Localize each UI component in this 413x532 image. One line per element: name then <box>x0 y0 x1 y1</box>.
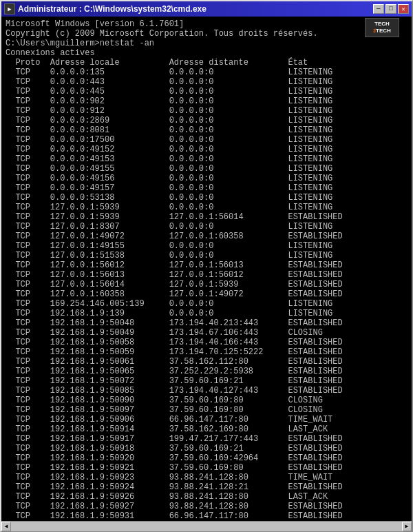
cmd-line: TCP 0.0.0.0:443 0.0.0.0:0 LISTENING <box>6 77 407 87</box>
cmd-line: TCP 192.168.1.9:50921 37.59.60.169:80 ES… <box>6 463 407 473</box>
cmd-line: Connexions actives <box>6 48 407 58</box>
scroll-left-button[interactable]: ◀ <box>1 522 11 531</box>
title-bar: ▶ Administrateur : C:\Windows\system32\c… <box>1 1 412 17</box>
cmd-line: TCP 0.0.0.0:902 0.0.0.0:0 LISTENING <box>6 96 407 106</box>
cmd-line: TCP 127.0.0.1:56013 127.0.0.1:56012 ESTA… <box>6 270 407 280</box>
cmd-line: TCP 0.0.0.0:912 0.0.0.0:0 LISTENING <box>6 106 407 116</box>
cmd-line: TCP 192.168.1.9:50058 173.194.40.166:443… <box>6 338 407 347</box>
cmd-text-area[interactable]: Microsoft Windows [version 6.1.7601]Copy… <box>1 17 412 521</box>
cmd-line: TCP 169.254.146.005:139 0.0.0.0:0 LISTEN… <box>6 299 407 309</box>
cmd-line: TCP 127.0.0.1:49072 127.0.0.1:60358 ESTA… <box>6 232 407 241</box>
cmd-line: TCP 0.0.0.0:49155 0.0.0.0:0 LISTENING <box>6 164 407 174</box>
horizontal-scrollbar[interactable]: ◀ ▶ <box>1 521 412 531</box>
cmd-line: TCP 192.168.1.9:139 0.0.0.0:0 LISTENING <box>6 309 407 318</box>
cmd-line: TCP 127.0.0.1:8307 0.0.0.0:0 LISTENING <box>6 222 407 232</box>
cmd-line: TCP 127.0.0.1:60358 127.0.0.1:49072 ESTA… <box>6 289 407 299</box>
cmd-line: TCP 0.0.0.0:17500 0.0.0.0:0 LISTENING <box>6 135 407 145</box>
cmd-line: TCP 127.0.0.1:5939 127.0.0.1:56014 ESTAB… <box>6 212 407 222</box>
logo-area: TECH 2TECH <box>365 18 399 37</box>
cmd-line: Proto Adresse locale Adresse distante Ét… <box>6 58 407 68</box>
cmd-line: TCP 192.168.1.9:50072 37.59.60.169:21 ES… <box>6 376 407 386</box>
cmd-line: TCP 192.168.1.9:50059 173.194.70.125:522… <box>6 347 407 357</box>
close-button[interactable]: ✕ <box>398 4 409 14</box>
cmd-line: TCP 0.0.0.0:49156 0.0.0.0:0 LISTENING <box>6 174 407 183</box>
cmd-line: TCP 192.168.1.9:50917 199.47.217.177:443… <box>6 434 407 444</box>
window-title: Administrateur : C:\Windows\system32\cmd… <box>18 4 206 14</box>
cmd-line: TCP 192.168.1.9:50906 66.96.147.117:80 T… <box>6 415 407 424</box>
cmd-line: TCP 0.0.0.0:49152 0.0.0.0:0 LISTENING <box>6 145 407 154</box>
cmd-content: Microsoft Windows [version 6.1.7601]Copy… <box>1 17 412 521</box>
cmd-line: TCP 192.168.1.9:50931 66.96.147.117:80 E… <box>6 511 407 521</box>
cmd-line: TCP 192.168.1.9:50090 37.59.60.169:80 CL… <box>6 396 407 405</box>
cmd-line: Copyright (c) 2009 Microsoft Corporation… <box>6 29 407 39</box>
window-icon: ▶ <box>4 3 15 14</box>
cmd-line: TCP 127.0.0.1:5939 0.0.0.0:0 LISTENING <box>6 203 407 212</box>
title-bar-left: ▶ Administrateur : C:\Windows\system32\c… <box>4 3 206 14</box>
cmd-line: TCP 0.0.0.0:445 0.0.0.0:0 LISTENING <box>6 87 407 96</box>
tech2tech-logo: TECH 2TECH <box>365 18 399 37</box>
cmd-line: TCP 192.168.1.9:50924 93.88.241.128:21 E… <box>6 482 407 492</box>
cmd-line: TCP 127.0.0.1:51538 0.0.0.0:0 LISTENING <box>6 251 407 260</box>
cmd-line: TCP 0.0.0.0:8081 0.0.0.0:0 LISTENING <box>6 125 407 135</box>
cmd-line: TCP 192.168.1.9:50920 37.59.60.169:42964… <box>6 453 407 463</box>
cmd-line: TCP 0.0.0.0:49157 0.0.0.0:0 LISTENING <box>6 183 407 193</box>
cmd-line: TCP 192.168.1.9:50061 37.58.162.112:80 E… <box>6 357 407 367</box>
cmd-line: TCP 127.0.0.1:49155 0.0.0.0:0 LISTENING <box>6 241 407 251</box>
title-buttons: ─ □ ✕ <box>373 4 409 14</box>
cmd-line: TCP 192.168.1.9:50049 173.194.67.106:443… <box>6 328 407 338</box>
cmd-line: TCP 0.0.0.0:2869 0.0.0.0:0 LISTENING <box>6 116 407 125</box>
cmd-line: TCP 127.0.0.1:56014 127.0.0.1:5939 ESTAB… <box>6 280 407 289</box>
cmd-window: ▶ Administrateur : C:\Windows\system32\c… <box>0 0 413 532</box>
cmd-line: C:\Users\mguillerm>netstat -an <box>6 39 407 48</box>
cmd-line: TCP 127.0.0.1:56012 127.0.0.1:56013 ESTA… <box>6 260 407 270</box>
cmd-line: Microsoft Windows [version 6.1.7601] <box>6 19 407 29</box>
cmd-line: TCP 192.168.1.9:50923 93.88.241.128:80 T… <box>6 473 407 482</box>
cmd-line: TCP 192.168.1.9:50927 93.88.241.128:80 E… <box>6 502 407 511</box>
cmd-line: TCP 192.168.1.9:50914 37.58.162.169:80 L… <box>6 424 407 434</box>
minimize-button[interactable]: ─ <box>373 4 384 14</box>
cmd-line: TCP 192.168.1.9:50097 37.59.60.169:80 CL… <box>6 405 407 415</box>
cmd-line: TCP 192.168.1.9:50048 173.194.40.213:443… <box>6 318 407 328</box>
cmd-line: TCP 192.168.1.9:50926 93.88.241.128:80 L… <box>6 492 407 502</box>
scroll-right-button[interactable]: ▶ <box>402 522 412 531</box>
cmd-line: TCP 0.0.0.0:49153 0.0.0.0:0 LISTENING <box>6 154 407 164</box>
cmd-line: TCP 192.168.1.9:50065 37.252.229.2:5938 … <box>6 367 407 376</box>
maximize-button[interactable]: □ <box>385 4 396 14</box>
cmd-line: TCP 192.168.1.9:50085 173.194.40.127:443… <box>6 386 407 396</box>
cmd-line: TCP 0.0.0.0:135 0.0.0.0:0 LISTENING <box>6 68 407 77</box>
cmd-line: TCP 0.0.0.0:53138 0.0.0.0:0 LISTENING <box>6 193 407 203</box>
cmd-line: TCP 192.168.1.9:50918 37.59.60.169:21 ES… <box>6 444 407 453</box>
